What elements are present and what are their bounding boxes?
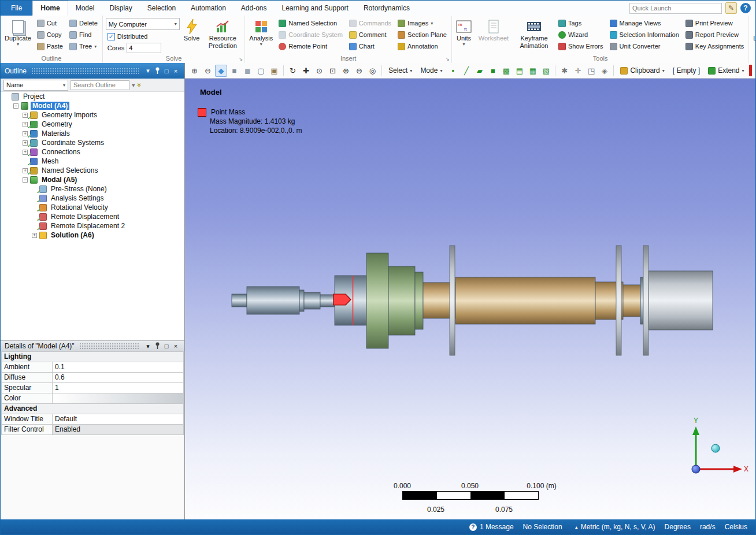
commands-button[interactable]: Commands <box>347 18 393 28</box>
select-dropdown[interactable]: Select▾ <box>385 65 416 77</box>
tree-item-mesh[interactable]: ✓Mesh <box>1 157 184 166</box>
iso-view-icon[interactable]: ◆ <box>215 65 227 77</box>
coordinate-system-button[interactable]: Coordinate System <box>277 29 344 40</box>
tree-item-modal-a5[interactable]: −Modal (A5) <box>1 175 184 184</box>
maximize-icon[interactable]: □ <box>162 343 171 350</box>
maximize-icon[interactable]: □ <box>162 68 171 75</box>
zoom-out-tool-icon[interactable]: ⊖ <box>202 65 214 77</box>
distributed-checkbox[interactable]: ✓Distributed <box>106 31 180 42</box>
filter-options-icon[interactable]: ▾ <box>132 81 135 89</box>
show-errors-button[interactable]: Show Errors <box>557 41 605 51</box>
tab-file[interactable]: File <box>1 1 32 16</box>
zoom-fit-icon[interactable]: ◎ <box>366 65 379 77</box>
tree-item-materials[interactable]: +✓Materials <box>1 129 184 138</box>
shaded-exterior-edges-icon[interactable]: ■ <box>228 65 240 77</box>
snap-icon[interactable]: ◈ <box>598 65 610 77</box>
angular-velocity-status[interactable]: rad/s <box>700 523 716 531</box>
select-by-icon[interactable]: ▤ <box>513 65 525 77</box>
tab-model[interactable]: Model <box>68 1 102 16</box>
angle-status[interactable]: Degrees <box>665 523 691 531</box>
details-value-ambient[interactable]: 0.1 <box>53 362 184 373</box>
resource-prediction-button[interactable]: Resource Prediction <box>203 17 242 49</box>
units-button[interactable]: mft Units ▾ <box>455 17 473 46</box>
clipboard-dropdown[interactable]: Clipboard▾ <box>617 65 668 77</box>
tree-menu-button[interactable]: Tree▾ <box>68 41 99 51</box>
coordinate-triad[interactable]: Y X <box>674 416 750 480</box>
messages-status[interactable]: ?1 Message <box>469 523 514 531</box>
remote-point-button[interactable]: Remote Point <box>277 41 344 51</box>
analysis-button[interactable]: Analysis ▾ <box>248 17 274 46</box>
named-selection-button[interactable]: Named Selection <box>277 18 344 28</box>
expand-all-icon[interactable]: » <box>135 83 143 87</box>
measure-icon[interactable]: ✱ <box>558 65 570 77</box>
selection-information-button[interactable]: Selection Information <box>608 29 681 40</box>
delete-button[interactable]: Delete <box>68 18 99 28</box>
tree-item-named-selections[interactable]: +✓Named Selections <box>1 166 184 175</box>
tree-item-solution-a6[interactable]: +Solution (A6) <box>1 231 184 240</box>
tab-automation[interactable]: Automation <box>183 1 234 16</box>
section-plane-button[interactable]: Section Plane <box>396 29 449 40</box>
details-value-color[interactable] <box>53 393 184 404</box>
duplicate-button[interactable]: Duplicate ▾ <box>3 17 32 46</box>
help-icon[interactable]: ? <box>740 3 751 13</box>
tree-expander-icon[interactable]: + <box>32 233 37 238</box>
body-select-icon[interactable]: ■ <box>487 65 499 77</box>
wizard-button[interactable]: Wizard <box>557 29 605 40</box>
coordinates-probe-icon[interactable]: ✛ <box>572 65 584 77</box>
face-select-icon[interactable]: ▰ <box>473 65 486 77</box>
tree-item-project[interactable]: Project <box>1 92 184 101</box>
copy-button[interactable]: Copy <box>35 29 65 40</box>
copy-screen-icon[interactable]: ▣ <box>268 65 280 77</box>
close-icon[interactable]: × <box>171 343 180 350</box>
details-value-diffuse[interactable]: 0.6 <box>53 373 184 383</box>
shaded-exterior-icon[interactable]: ◼ <box>242 65 254 77</box>
report-preview-button[interactable]: Report Preview <box>684 29 746 40</box>
rotate-icon[interactable]: ↻ <box>287 65 299 77</box>
rotor-model[interactable] <box>185 79 756 520</box>
solve-target-select[interactable]: My Computer▾ <box>106 18 180 30</box>
tree-item-rotational-velocity[interactable]: ✓Rotational Velocity <box>1 203 184 212</box>
zoom-out-icon[interactable]: ⊖ <box>353 65 365 77</box>
details-section-lighting[interactable]: Lighting <box>2 352 184 362</box>
wireframe-view-icon[interactable]: ▢ <box>255 65 267 77</box>
tab-home[interactable]: Home <box>32 1 68 16</box>
tree-item-connections[interactable]: +✓Connections <box>1 147 184 157</box>
zoom-mode-icon[interactable]: ⊙ <box>313 65 325 77</box>
dialog-launcher-icon[interactable]: ↘ <box>239 56 243 62</box>
layout-button[interactable]: Layout <box>752 17 755 42</box>
pin-icon[interactable] <box>153 67 162 75</box>
pick-mode-icon[interactable]: ▩ <box>500 65 512 77</box>
images-button[interactable]: Images▾ <box>396 18 449 28</box>
mode-dropdown[interactable]: Mode▾ <box>417 65 446 77</box>
paste-button[interactable]: Paste <box>35 41 65 51</box>
zoom-in-tool-icon[interactable]: ⊕ <box>188 65 201 77</box>
tree-item-remote-displacement-2[interactable]: ✓Remote Displacement 2 <box>1 221 184 231</box>
tree-item-remote-displacement[interactable]: ✓Remote Displacement <box>1 212 184 221</box>
close-icon[interactable]: × <box>171 68 180 75</box>
tree-item-geometry[interactable]: +✓Geometry <box>1 120 184 129</box>
panel-menu-icon[interactable]: ▾ <box>143 67 153 75</box>
box-zoom-icon[interactable]: ⊡ <box>327 65 339 77</box>
tree-item-pre-stress-none[interactable]: ✓Pre-Stress (None) <box>1 184 184 194</box>
tree-item-analysis-settings[interactable]: ✓Analysis Settings <box>1 194 184 203</box>
graphics-viewport[interactable]: Model Point Mass Mass Magnitude: 1.4103 … <box>185 79 756 520</box>
quick-launch-input[interactable] <box>629 3 722 14</box>
worksheet-button[interactable]: Worksheet <box>476 17 512 42</box>
name-filter-select[interactable]: Name▾ <box>3 80 68 91</box>
details-section-advanced[interactable]: Advanced <box>2 404 184 414</box>
details-value-filter-control[interactable]: Enabled <box>53 425 184 435</box>
tab-selection[interactable]: Selection <box>140 1 183 16</box>
pin-icon[interactable] <box>153 342 162 350</box>
convert-selection-icon[interactable]: ▦ <box>527 65 539 77</box>
manage-views-button[interactable]: Manage Views <box>608 18 681 28</box>
search-outline-input[interactable] <box>71 80 129 90</box>
temperature-status[interactable]: Celsius <box>725 523 747 531</box>
units-status[interactable]: ▴Metric (m, kg, N, s, V, A) <box>575 523 655 531</box>
tree-item-coordinate-systems[interactable]: +✓Coordinate Systems <box>1 138 184 147</box>
notes-icon[interactable]: ✎ <box>725 2 737 14</box>
view-tags-icon[interactable]: ◳ <box>585 65 597 77</box>
keyframe-animation-button[interactable]: Keyframe Animation <box>514 17 554 49</box>
extend-dropdown[interactable]: Extend▾ <box>705 65 747 77</box>
solve-button[interactable]: Solve <box>183 17 201 42</box>
chart-button[interactable]: Chart <box>347 41 393 51</box>
